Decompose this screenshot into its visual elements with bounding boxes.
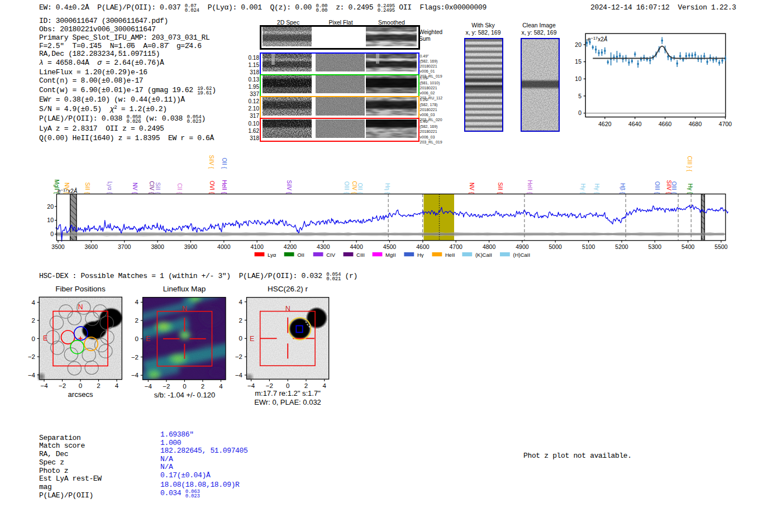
svg-text:(H)CaII: (H)CaII [513, 252, 531, 258]
svg-text:3800: 3800 [151, 243, 164, 250]
svg-text:−4: −4 [235, 372, 243, 378]
svg-text:CIII: CIII [356, 252, 365, 258]
svg-text:15: 15 [575, 58, 581, 65]
svg-text:OII {: OII { [357, 183, 363, 194]
svg-text:(K)CaII: (K)CaII [475, 252, 492, 258]
svg-text:OIII {: OIII { [654, 181, 660, 194]
svg-text:−4: −4 [145, 383, 152, 390]
svg-text:4: 4 [219, 383, 223, 390]
svg-text:4: 4 [323, 382, 327, 389]
svg-text:−2: −2 [131, 354, 139, 361]
svg-text:OVI {: OVI { [209, 181, 215, 194]
svg-text:E: E [43, 334, 47, 342]
svg-text:NV {: NV { [132, 183, 138, 194]
svg-text:5000: 5000 [549, 243, 562, 250]
svg-text:4000: 4000 [217, 243, 231, 250]
svg-text:MgII {: MgII { [54, 179, 60, 194]
svg-text:5400: 5400 [681, 243, 695, 250]
svg-text:3900: 3900 [184, 243, 198, 250]
svg-text:s/b: -1.04 +/- 0.120: s/b: -1.04 +/- 0.120 [154, 391, 215, 399]
svg-text:0: 0 [50, 231, 54, 237]
svg-text:4680: 4680 [689, 121, 702, 127]
svg-text:SiIV {: SiIV { [666, 180, 672, 194]
svg-text:SiII {: SiII { [84, 182, 90, 194]
svg-text:CII {: CII { [177, 183, 183, 194]
svg-text:4900: 4900 [516, 243, 529, 250]
svg-text:−4: −4 [28, 372, 36, 378]
svg-text:4: 4 [115, 382, 119, 389]
svg-text:HeII {: HeII { [221, 180, 227, 194]
svg-text:Lyα: Lyα [268, 252, 276, 258]
svg-text:OII {: OII { [221, 158, 227, 169]
svg-text:4620: 4620 [598, 121, 612, 127]
svg-text:EWr: 0, PLAE: 0.032: EWr: 0, PLAE: 0.032 [254, 398, 321, 406]
svg-text:NV {: NV { [64, 183, 70, 194]
svg-text:E: E [146, 335, 150, 343]
svg-text:OIII {: OIII { [344, 181, 350, 194]
svg-text:0: 0 [578, 109, 581, 116]
svg-text:4: 4 [239, 299, 243, 305]
svg-text:Hγ {: Hγ { [687, 184, 693, 194]
svg-text:−2: −2 [59, 382, 66, 389]
svg-text:Hγ {: Hγ { [580, 184, 586, 194]
svg-text:Hβ {: Hβ { [619, 183, 626, 194]
svg-text:N: N [182, 305, 187, 313]
svg-text:NV {: NV { [469, 183, 475, 194]
svg-text:OII: OII [297, 252, 304, 258]
svg-text:CIV {: CIV { [351, 181, 357, 194]
svg-text:arcsecs: arcsecs [68, 390, 93, 399]
svg-text:2: 2 [135, 317, 139, 324]
svg-text:4640: 4640 [628, 121, 642, 127]
svg-text:0: 0 [286, 382, 289, 389]
svg-text:m:17.7 re:1.2" s:1.7": m:17.7 re:1.2" s:1.7" [255, 389, 321, 397]
svg-text:2: 2 [201, 383, 204, 390]
svg-text:5: 5 [578, 93, 581, 99]
svg-text:4700: 4700 [450, 243, 463, 250]
svg-text:2: 2 [97, 382, 100, 389]
svg-text:CIV: CIV [326, 252, 336, 258]
svg-text:0: 0 [32, 336, 35, 342]
svg-text:SiII {: SiII { [155, 182, 161, 194]
svg-text:10: 10 [575, 75, 581, 82]
svg-text:−2: −2 [28, 353, 35, 360]
svg-text:HSC(26.2) r: HSC(26.2) r [268, 285, 308, 293]
svg-text:5100: 5100 [582, 243, 595, 250]
svg-text:4400: 4400 [350, 243, 363, 250]
svg-text:3700: 3700 [118, 243, 131, 250]
svg-text:0: 0 [79, 382, 82, 389]
svg-text:−4: −4 [131, 372, 139, 378]
svg-text:SiIV {: SiIV { [208, 155, 214, 169]
svg-text:CIV {: CIV { [149, 181, 155, 194]
svg-text:SiII {: SiII { [497, 182, 503, 194]
svg-text:SiIV {: SiIV { [286, 180, 292, 194]
svg-text:4: 4 [32, 299, 36, 306]
svg-text:Fiber Positions: Fiber Positions [55, 285, 106, 293]
svg-text:5200: 5200 [615, 243, 628, 250]
svg-text:HeII {: HeII { [527, 180, 533, 194]
svg-text:Hγ {: Hγ { [594, 184, 600, 194]
svg-text:0: 0 [239, 335, 242, 342]
svg-text:0: 0 [135, 336, 139, 342]
svg-text:5500: 5500 [714, 243, 728, 250]
svg-text:20: 20 [575, 41, 581, 48]
svg-text:4600: 4600 [416, 243, 430, 250]
svg-text:4700: 4700 [719, 121, 732, 127]
svg-text:−4: −4 [247, 382, 255, 389]
svg-text:N: N [78, 303, 83, 311]
svg-text:4800: 4800 [483, 243, 496, 250]
svg-text:CIII } {: CIII } { [686, 156, 693, 171]
svg-text:MgII: MgII [385, 252, 395, 258]
svg-text:20: 20 [47, 203, 54, 210]
svg-text:−2: −2 [163, 383, 170, 390]
svg-text:Hγ: Hγ [417, 252, 424, 258]
svg-text:e−17x2Å: e−17x2Å [588, 36, 608, 43]
svg-text:Lyα {: Lyα { [107, 181, 113, 194]
svg-text:4100: 4100 [250, 243, 264, 250]
svg-text:−4: −4 [40, 382, 48, 389]
svg-text:0: 0 [183, 383, 186, 390]
svg-text:10: 10 [47, 217, 54, 223]
svg-text:OIII {: OIII { [671, 181, 677, 194]
svg-text:2: 2 [239, 317, 242, 324]
svg-text:3600: 3600 [85, 243, 98, 250]
svg-text:4: 4 [135, 299, 139, 305]
